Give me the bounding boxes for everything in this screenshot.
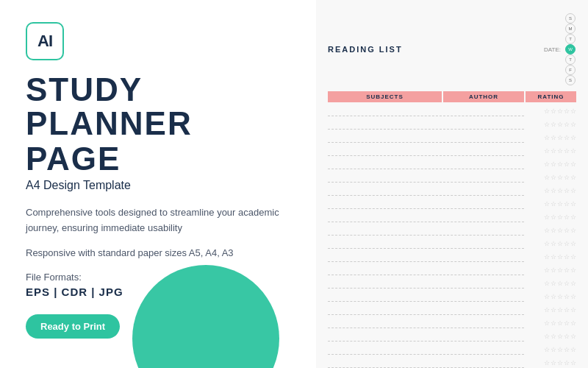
- reading-row: ☆☆☆☆☆: [328, 277, 576, 289]
- star-icon: ☆: [564, 280, 570, 287]
- date-circle-t4: T: [565, 54, 576, 65]
- star-icon: ☆: [551, 160, 556, 168]
- rating-stars: ☆☆☆☆☆: [526, 147, 576, 155]
- reading-row: ☆☆☆☆☆: [328, 264, 576, 276]
- col-rating-header: RATING: [526, 91, 576, 102]
- author-line: [443, 199, 524, 209]
- author-line: [443, 318, 524, 328]
- star-icon: ☆: [564, 306, 570, 314]
- subject-line: [328, 238, 442, 249]
- subject-line: [328, 146, 442, 156]
- star-icon: ☆: [570, 346, 576, 353]
- star-icon: ☆: [544, 266, 550, 274]
- star-icon: ☆: [544, 200, 550, 208]
- star-icon: ☆: [570, 160, 576, 168]
- star-icon: ☆: [564, 160, 570, 168]
- author-line: [443, 278, 524, 289]
- star-icon: ☆: [557, 121, 563, 128]
- star-icon: ☆: [570, 134, 576, 141]
- star-icon: ☆: [544, 293, 550, 300]
- star-icon: ☆: [557, 306, 563, 314]
- star-icon: ☆: [570, 213, 576, 221]
- star-icon: ☆: [544, 187, 550, 194]
- star-icon: ☆: [551, 280, 556, 287]
- star-icon: ☆: [544, 147, 550, 155]
- title-study: STUDY: [26, 74, 290, 106]
- subject-line: [328, 119, 442, 130]
- star-icon: ☆: [557, 213, 563, 221]
- subject-line: [328, 331, 442, 342]
- star-icon: ☆: [557, 253, 563, 261]
- star-icon: ☆: [557, 280, 563, 287]
- reading-row: ☆☆☆☆☆: [328, 211, 576, 223]
- star-icon: ☆: [570, 319, 576, 327]
- ai-logo: AI: [26, 22, 64, 60]
- subject-line: [328, 265, 442, 275]
- subject-line: [328, 291, 442, 302]
- subject-line: [328, 358, 442, 368]
- reading-row: ☆☆☆☆☆: [328, 198, 576, 210]
- author-line: [443, 212, 524, 222]
- star-icon: ☆: [570, 147, 576, 155]
- star-icon: ☆: [570, 333, 576, 340]
- reading-row: ☆☆☆☆☆: [328, 132, 576, 144]
- star-icon: ☆: [564, 266, 570, 274]
- rating-stars: ☆☆☆☆☆: [526, 160, 576, 168]
- author-line: [443, 305, 524, 315]
- responsive-text: Responsive with standard paper sizes A5,…: [26, 246, 290, 261]
- star-icon: ☆: [551, 240, 556, 247]
- star-icon: ☆: [570, 174, 576, 181]
- title-planner: PLANNER PAGE: [26, 106, 290, 177]
- star-icon: ☆: [564, 200, 570, 208]
- reading-rows: ☆☆☆☆☆☆☆☆☆☆☆☆☆☆☆☆☆☆☆☆☆☆☆☆☆☆☆☆☆☆☆☆☆☆☆☆☆☆☆☆…: [328, 105, 576, 368]
- reading-row: ☆☆☆☆☆: [328, 158, 576, 170]
- subject-line: [328, 225, 442, 236]
- date-circle-w3: W: [565, 44, 576, 54]
- rating-stars: ☆☆☆☆☆: [526, 333, 576, 340]
- author-line: [443, 265, 524, 275]
- star-icon: ☆: [570, 280, 576, 287]
- star-icon: ☆: [564, 187, 570, 194]
- star-icon: ☆: [551, 147, 556, 155]
- rating-stars: ☆☆☆☆☆: [526, 240, 576, 247]
- star-icon: ☆: [544, 213, 550, 221]
- ready-to-print-button[interactable]: Ready to Print: [26, 314, 120, 339]
- star-icon: ☆: [564, 213, 570, 221]
- reading-row: ☆☆☆☆☆: [328, 317, 576, 329]
- subject-line: [328, 199, 442, 209]
- star-icon: ☆: [551, 293, 556, 300]
- star-icon: ☆: [570, 200, 576, 208]
- star-icon: ☆: [557, 333, 563, 340]
- date-row: DATE: SMTWTFS: [544, 13, 576, 85]
- author-line: [443, 106, 524, 116]
- star-icon: ☆: [570, 121, 576, 128]
- star-icon: ☆: [557, 200, 563, 208]
- star-icon: ☆: [557, 107, 563, 115]
- star-icon: ☆: [551, 134, 556, 141]
- star-icon: ☆: [544, 160, 550, 168]
- rating-stars: ☆☆☆☆☆: [526, 227, 576, 234]
- star-icon: ☆: [544, 346, 550, 353]
- date-circle-s6: S: [565, 75, 576, 85]
- rating-stars: ☆☆☆☆☆: [526, 213, 576, 221]
- star-icon: ☆: [570, 107, 576, 115]
- reading-row: ☆☆☆☆☆: [328, 238, 576, 250]
- star-icon: ☆: [557, 187, 563, 194]
- subject-line: [328, 278, 442, 289]
- reading-row: ☆☆☆☆☆: [328, 344, 576, 355]
- star-icon: ☆: [564, 107, 570, 115]
- col-author-header: AUTHOR: [443, 91, 524, 102]
- star-icon: ☆: [557, 240, 563, 247]
- date-circle-s0: S: [565, 13, 576, 24]
- star-icon: ☆: [564, 293, 570, 300]
- rating-stars: ☆☆☆☆☆: [526, 266, 576, 274]
- star-icon: ☆: [551, 359, 556, 367]
- date-circles: SMTWTFS: [564, 13, 576, 85]
- star-icon: ☆: [570, 240, 576, 247]
- star-icon: ☆: [544, 359, 550, 367]
- rating-stars: ☆☆☆☆☆: [526, 293, 576, 300]
- rating-stars: ☆☆☆☆☆: [526, 253, 576, 261]
- star-icon: ☆: [544, 240, 550, 247]
- star-icon: ☆: [557, 293, 563, 300]
- rating-stars: ☆☆☆☆☆: [526, 121, 576, 128]
